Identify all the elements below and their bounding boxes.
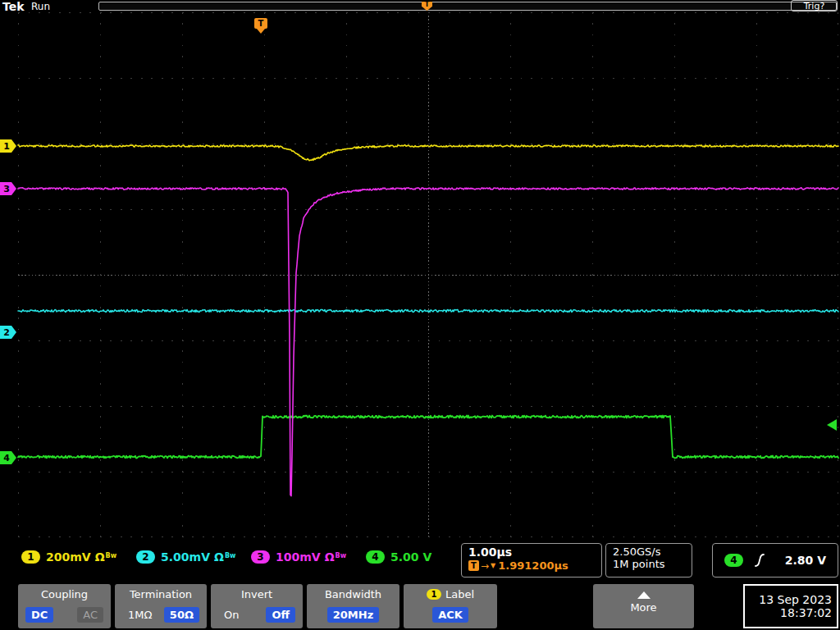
- datetime-display: 13 Sep 2023 18:37:02: [743, 584, 838, 628]
- menu-label-title: 1 Label: [427, 588, 474, 600]
- trigger-flag-label: T: [258, 19, 264, 28]
- horizontal-readout-box[interactable]: 1.00μs T → ▼ 1.991200μs: [461, 543, 602, 578]
- oscilloscope-screen: Tek Run T Trig? T 1 3 2 4 1 200mVΩBw 2 5…: [0, 0, 840, 630]
- trigger-position-label: T: [425, 2, 429, 8]
- menu-termination-title: Termination: [130, 588, 192, 600]
- channel-3-impedance: Ω: [325, 550, 335, 564]
- menu-coupling-options: DC AC: [18, 600, 111, 628]
- menu-termination-options: 1MΩ 50Ω: [115, 600, 207, 628]
- sample-rate: 2.50GS/s: [613, 546, 685, 558]
- menu-more[interactable]: More: [593, 584, 694, 628]
- menu-label-title-text: Label: [445, 588, 474, 600]
- channel-3-scale: 100mVΩBw: [276, 550, 346, 564]
- channel-4-scale-value: 5.00 V: [390, 550, 431, 564]
- channel-3-readout[interactable]: 3 100mVΩBw: [251, 550, 346, 564]
- channel-4-badge: 4: [366, 550, 385, 564]
- option-dc[interactable]: DC: [25, 607, 53, 623]
- tek-logo: Tek: [2, 0, 25, 13]
- option-off[interactable]: Off: [266, 607, 295, 623]
- trigger-time-flag[interactable]: T: [254, 18, 267, 29]
- down-triangle-icon: ▼: [491, 563, 495, 569]
- channel-1-marker[interactable]: 1: [0, 139, 16, 153]
- menu-termination[interactable]: Termination 1MΩ 50Ω: [115, 584, 207, 628]
- trigger-delay-readout: T → ▼ 1.991200μs: [468, 559, 595, 572]
- top-status-bar: Tek Run T Trig?: [0, 0, 840, 13]
- waveform-display: [18, 12, 838, 537]
- menu-bandwidth[interactable]: Bandwidth 20MHz: [307, 584, 399, 628]
- menu-invert-options: On Off: [211, 600, 303, 628]
- channel-3-marker[interactable]: 3: [0, 182, 16, 195]
- channel-2-scale: 5.00mVΩBw: [161, 550, 235, 564]
- option-20mhz[interactable]: 20MHz: [327, 607, 379, 623]
- channel-3-bandwidth-indicator: Bw: [336, 552, 347, 559]
- channel-2-scale-value: 5.00mV: [161, 550, 210, 564]
- menu-label-options: ACK: [404, 600, 497, 628]
- time-text: 18:37:02: [780, 606, 832, 619]
- acquisition-readout-box[interactable]: 2.50GS/s 1M points: [605, 543, 692, 578]
- channel-2-badge: 2: [136, 550, 155, 564]
- channel-1-readout[interactable]: 1 200mVΩBw: [21, 550, 116, 564]
- menu-invert[interactable]: Invert On Off: [211, 584, 303, 628]
- record-length: 1M points: [613, 558, 685, 570]
- option-ack[interactable]: ACK: [432, 607, 468, 623]
- channel-1-scale-value: 200mV: [46, 550, 91, 564]
- channel-3-badge: 3: [251, 550, 270, 564]
- channel-4-marker[interactable]: 4: [0, 451, 16, 464]
- menu-bandwidth-options: 20MHz: [307, 600, 399, 628]
- trigger-status-badge: Trig?: [791, 0, 838, 11]
- menu-coupling-title: Coupling: [41, 588, 88, 600]
- readout-bar: 1 200mVΩBw 2 5.00mVΩBw 3 100mVΩBw 4 5.00…: [0, 540, 840, 581]
- option-on[interactable]: On: [218, 607, 244, 623]
- channel-1-bandwidth-indicator: Bw: [106, 552, 117, 559]
- waveform-ch2: [18, 310, 838, 313]
- channel-2-bandwidth-indicator: Bw: [225, 552, 236, 559]
- trigger-delay-value: 1.991200μs: [498, 559, 568, 572]
- channel-4-scale: 5.00 V: [390, 550, 431, 564]
- waveform-ch4: [18, 416, 838, 459]
- channel-1-badge: 1: [21, 550, 40, 564]
- menu-label[interactable]: 1 Label ACK: [404, 584, 497, 628]
- option-1mohm[interactable]: 1MΩ: [122, 607, 158, 623]
- trigger-flag-pointer-icon: [257, 29, 265, 34]
- record-view-bar[interactable]: T: [98, 2, 837, 11]
- channel-4-readout[interactable]: 4 5.00 V: [366, 550, 431, 564]
- timebase-scale: 1.00μs: [468, 546, 595, 559]
- channel-1-scale: 200mVΩBw: [46, 550, 116, 564]
- trigger-level-arrow-icon[interactable]: [827, 419, 837, 431]
- trigger-source-badge: 4: [724, 554, 743, 567]
- trigger-position-marker[interactable]: T: [422, 2, 432, 11]
- option-50ohm[interactable]: 50Ω: [164, 607, 199, 623]
- trigger-delay-badge: T: [468, 560, 479, 571]
- trigger-readout-box[interactable]: 4 2.80 V: [712, 543, 838, 578]
- rising-edge-icon: [755, 553, 765, 568]
- menu-bandwidth-title: Bandwidth: [325, 588, 381, 600]
- channel-1-impedance: Ω: [95, 550, 105, 564]
- channel-2-marker[interactable]: 2: [0, 326, 16, 339]
- waveform-ch3: [18, 188, 838, 496]
- option-ac[interactable]: AC: [77, 607, 103, 623]
- graticule: [18, 12, 838, 537]
- menu-more-title: More: [630, 601, 656, 614]
- acquisition-status: Run: [31, 1, 50, 12]
- menu-bar: Coupling DC AC Termination 1MΩ 50Ω Inver…: [0, 582, 840, 630]
- right-arrow-icon: →: [481, 561, 489, 571]
- channel-2-readout[interactable]: 2 5.00mVΩBw: [136, 550, 235, 564]
- menu-coupling[interactable]: Coupling DC AC: [18, 584, 111, 628]
- channel-3-scale-value: 100mV: [276, 550, 321, 564]
- date-text: 13 Sep 2023: [759, 593, 832, 606]
- menu-invert-title: Invert: [241, 588, 272, 600]
- trigger-level-value: 2.80 V: [785, 554, 826, 567]
- channel-2-impedance: Ω: [214, 550, 224, 564]
- channel-1-label-badge: 1: [427, 589, 441, 600]
- waveform-ch1: [18, 145, 838, 161]
- up-arrow-icon: [637, 591, 651, 599]
